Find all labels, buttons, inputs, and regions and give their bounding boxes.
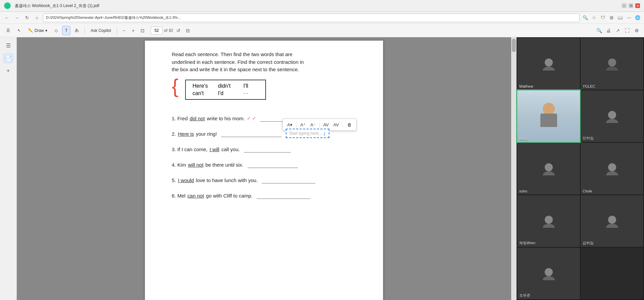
share-button[interactable]: ↗ <box>614 27 622 35</box>
ex1-text: write to his mom. <box>207 115 245 123</box>
star-icon[interactable]: ☆ <box>590 14 598 22</box>
page-of-label: of <box>164 28 167 33</box>
edge-icon[interactable]: 🌐 <box>634 14 641 22</box>
sidebar-toggle-button[interactable]: ☰ <box>3 26 13 35</box>
svg-point-8 <box>608 163 616 171</box>
collections-icon[interactable]: ⊞ <box>608 14 615 22</box>
svg-point-15 <box>543 276 555 280</box>
spacing-button[interactable]: AV <box>322 120 330 129</box>
font-color-button[interactable]: A▾ <box>285 120 294 129</box>
zoom-out-button[interactable]: − <box>120 27 128 35</box>
yglec-avatar <box>581 38 643 90</box>
svg-point-4 <box>608 111 616 119</box>
sidebar-pages-icon[interactable]: ☰ <box>3 40 14 51</box>
ex3-num: 3. If I can come, <box>172 145 208 154</box>
split-button[interactable]: ⊟ <box>184 27 192 35</box>
main-area: ☰ 📄 + Read each sentence. Then find the … <box>0 37 644 300</box>
joyujun-avatar <box>517 248 580 299</box>
ex6-answer[interactable] <box>257 193 310 199</box>
video-cell-joyujun: 조유준 <box>517 248 580 299</box>
zoom-in-button[interactable]: + <box>129 27 137 35</box>
fit-page-button[interactable]: ⊡ <box>139 27 147 35</box>
suho-avatar-icon <box>542 162 555 175</box>
home-button[interactable]: ⌂ <box>33 14 41 22</box>
cursor-button[interactable]: ↖ <box>14 26 24 35</box>
maximize-button[interactable]: ⧉ <box>629 3 633 8</box>
video-cell-minaim: 민하임 <box>581 90 643 142</box>
kimhaim-avatar <box>581 195 643 247</box>
svg-point-11 <box>543 224 555 228</box>
title-bar: 🌐 홈클래스 Workbook_초1-3 Level 2_최종 (1).pdf … <box>0 0 644 12</box>
forward-button[interactable]: → <box>13 14 21 22</box>
contraction-didnt: didn't <box>218 83 233 89</box>
svg-point-14 <box>545 268 553 276</box>
pdf-area: Read each sentence. Then find the two wo… <box>17 37 511 300</box>
draw-button[interactable]: ✏️ Draw ▾ <box>25 26 50 35</box>
matthew-name: Matthew <box>519 84 533 88</box>
address-input[interactable] <box>43 13 580 22</box>
find-button[interactable]: 🔍 <box>595 27 603 35</box>
toolbar-sep-1 <box>85 27 85 34</box>
contraction-box: Here's didn't I'll can't I'd · · <box>185 80 266 100</box>
ex5-num: 5. <box>172 176 176 184</box>
svg-point-13 <box>606 224 618 228</box>
mary-head <box>543 103 555 115</box>
text-input-overlay[interactable]: Start typing here.... | <box>286 129 329 138</box>
pdf-instruction: Read each sentence. Then find the two wo… <box>172 51 366 74</box>
contraction-heres: Here's <box>193 83 208 89</box>
ex5-answer[interactable] <box>262 177 315 183</box>
format-button[interactable]: あ <box>72 26 82 35</box>
settings-button[interactable]: ⚙ <box>633 27 641 35</box>
scroll-thumb[interactable] <box>512 39 516 52</box>
vertical-scrollbar[interactable] <box>511 37 517 300</box>
back-button[interactable]: ← <box>3 14 11 22</box>
svg-point-6 <box>545 163 553 171</box>
spacing2-button[interactable]: AV <box>332 120 340 129</box>
yglec-name: YGLEC <box>583 84 595 88</box>
delete-text-button[interactable]: 🗑 <box>345 120 354 129</box>
fullscreen-button[interactable]: ⛶ <box>623 27 631 35</box>
rotate-button[interactable]: ↺ <box>174 27 182 35</box>
contraction-id: I'd <box>218 90 233 96</box>
ex3-answer[interactable] <box>244 146 291 153</box>
video-cell-suho: suho <box>517 143 580 195</box>
ex6-underlined: can not <box>187 192 204 200</box>
wren-name: 채링Wren <box>519 241 535 246</box>
contraction-dots: · · <box>243 90 259 96</box>
mary-video <box>517 90 580 142</box>
font-decrease-button[interactable]: A⁻ <box>309 120 317 129</box>
font-increase-button[interactable]: A⁺ <box>299 120 307 129</box>
joyujun-avatar-icon <box>542 267 555 280</box>
more-icon[interactable]: ⋯ <box>625 14 633 22</box>
reader-icon[interactable]: 📖 <box>616 14 624 22</box>
ex4-answer[interactable] <box>248 162 298 168</box>
print-button[interactable]: 🖨 <box>604 27 612 35</box>
contraction-box-wrapper: { Here's didn't I'll can't I'd · · <box>182 80 366 106</box>
eraser-button[interactable]: ◇ <box>52 26 61 35</box>
svg-point-2 <box>608 58 616 67</box>
address-bar: ← → ↻ ⌂ 🔍 ☆ 🛡 ⊞ 📖 ⋯ 🌐 <box>0 12 644 24</box>
pdf-page: Read each sentence. Then find the two wo… <box>145 41 383 300</box>
close-button[interactable]: ✕ <box>635 3 640 8</box>
minimize-button[interactable]: − <box>622 3 627 8</box>
ex2-answer[interactable] <box>221 131 281 137</box>
exercise-3: 3. If I can come, I will call you. <box>172 145 366 154</box>
ex1-num: 1. Fred <box>172 115 188 123</box>
svg-point-5 <box>606 119 618 123</box>
sidebar-pdf-icon[interactable]: 📄 <box>3 53 14 63</box>
video-cell-empty <box>581 248 643 299</box>
text-button[interactable]: T <box>62 26 70 35</box>
shield-icon[interactable]: 🛡 <box>599 14 606 22</box>
refresh-button[interactable]: ↻ <box>23 14 31 22</box>
ask-copilot-button[interactable]: Ask Copilot <box>88 26 114 35</box>
video-cell-kimhaim: 김하임 <box>581 195 643 247</box>
sidebar-add-icon[interactable]: + <box>3 66 14 76</box>
page-number-input[interactable] <box>151 27 163 35</box>
mary-torso <box>540 114 557 127</box>
zoom-icon[interactable]: 🔍 <box>582 14 589 22</box>
video-panel: Matthew YGLEC Mary 민하임 <box>517 37 644 300</box>
matthew-avatar <box>517 38 580 90</box>
wren-avatar <box>517 195 580 247</box>
ex6-num: 6. Mel <box>172 192 185 200</box>
ex5-underlined: I would <box>178 176 194 184</box>
